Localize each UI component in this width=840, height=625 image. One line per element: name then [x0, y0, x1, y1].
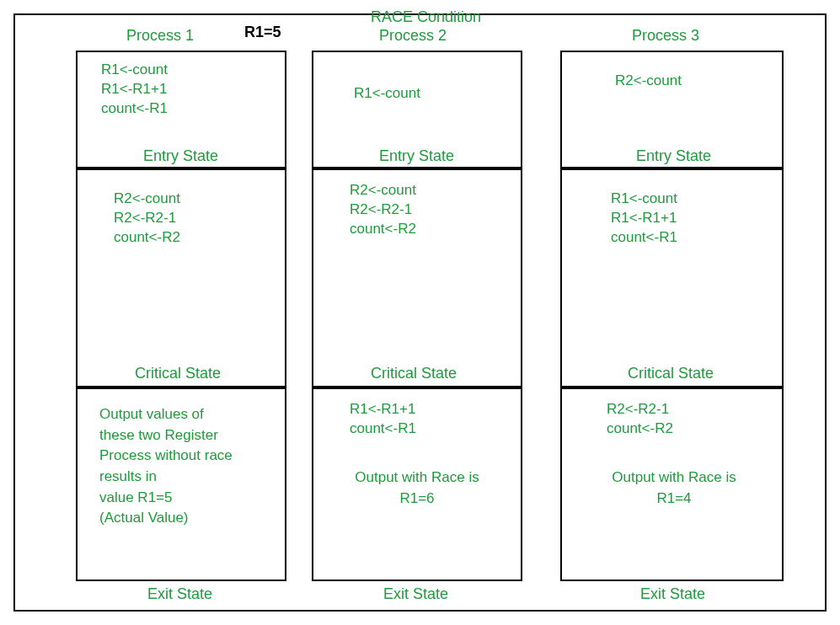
p3-exit-code: R2<-R2-1 count<-R2 [607, 400, 673, 439]
p2-critical-label: Critical State [371, 365, 457, 382]
p3-entry-code: R2<-count [615, 72, 682, 91]
p3-entry-label: Entry State [636, 147, 711, 165]
diagram-title: RACE Condition [371, 8, 481, 26]
register-note: R1=5 [244, 24, 281, 41]
process-header-1: Process 1 [126, 27, 194, 45]
p3-critical-code: R1<-count R1<-R1+1 count<-R1 [611, 190, 677, 248]
p2-exit-code: R1<-R1+1 count<-R1 [350, 400, 416, 439]
p3-critical-label: Critical State [628, 365, 714, 382]
p1-entry-label: Entry State [143, 147, 218, 165]
p1-critical-box [76, 168, 286, 387]
p1-critical-code: R2<-count R2<-R2-1 count<-R2 [114, 190, 180, 248]
p1-exit-label: Exit State [147, 585, 212, 603]
p1-critical-label: Critical State [135, 365, 221, 382]
p1-entry-code: R1<-count R1<-R1+1 count<-R1 [101, 61, 168, 119]
process-header-2: Process 2 [379, 27, 447, 45]
p2-exit-label: Exit State [383, 585, 448, 603]
p2-critical-box [312, 168, 522, 387]
p3-exit-output: Output with Race is R1=4 [586, 467, 762, 509]
p2-entry-code: R1<-count [354, 84, 420, 104]
p1-exit-output: Output values of these two Register Proc… [99, 404, 276, 529]
process-header-3: Process 3 [632, 27, 699, 45]
p2-critical-code: R2<-count R2<-R2-1 count<-R2 [350, 181, 416, 239]
p2-exit-output: Output with Race is R1=6 [333, 467, 501, 509]
p3-exit-label: Exit State [640, 585, 705, 603]
p2-entry-label: Entry State [379, 147, 454, 165]
